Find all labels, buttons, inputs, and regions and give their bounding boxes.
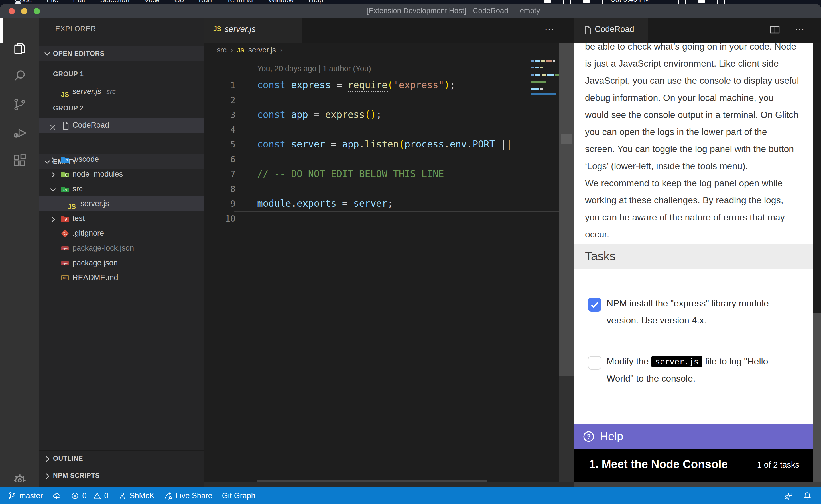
- tree-item-gitignore[interactable]: .gitignore: [39, 226, 203, 241]
- tab-server-js[interactable]: JS server.js: [203, 18, 302, 43]
- tray-icon[interactable]: [602, 0, 609, 4]
- menu-item-file[interactable]: File: [47, 0, 58, 4]
- tree-item-serverjs[interactable]: JSserver.js: [39, 196, 203, 211]
- tab-coderoad[interactable]: CodeRoad: [573, 18, 648, 43]
- menu-item-terminal[interactable]: Terminal: [227, 0, 254, 4]
- menu-item-help[interactable]: Help: [309, 0, 323, 4]
- code-line-6[interactable]: 6: [203, 152, 573, 167]
- js-icon: JS: [68, 199, 77, 208]
- menu-item-run[interactable]: Run: [199, 0, 212, 4]
- close-icon[interactable]: [635, 27, 643, 34]
- question-circle-icon: ?: [583, 431, 595, 442]
- scrollbar-thumb[interactable]: [561, 134, 572, 144]
- tree-item-node_modules[interactable]: node_modules: [39, 167, 203, 182]
- tray-icon[interactable]: [563, 0, 571, 4]
- md-icon: M↓: [60, 273, 70, 282]
- editor-tab-bar: JS server.js ⋯: [203, 18, 573, 43]
- minimap-slider[interactable]: [531, 93, 556, 95]
- extensions-icon[interactable]: [12, 153, 27, 168]
- chevron-right-icon: [48, 170, 58, 179]
- traffic-light-minimize[interactable]: [21, 8, 27, 14]
- source-control-icon[interactable]: [12, 97, 27, 112]
- more-actions-icon[interactable]: ⋯: [795, 23, 805, 35]
- control-center-icon[interactable]: [717, 0, 725, 4]
- open-editor-item-server.js[interactable]: JSserver.jssrc: [39, 84, 203, 99]
- test-icon: [60, 214, 70, 223]
- lesson-footer[interactable]: 1. Meet the Node Console 1 of 2 tasks: [573, 449, 813, 482]
- open-editors-header[interactable]: OPEN EDITORS: [39, 46, 203, 61]
- code-line-3[interactable]: 3const app = express();: [203, 108, 573, 122]
- menu-item-go[interactable]: Go: [174, 0, 184, 4]
- tree-item-test[interactable]: test: [39, 211, 203, 226]
- feedback-icon[interactable]: [784, 491, 793, 500]
- menu-bar-clock[interactable]: Sat 5:40 PM: [610, 0, 650, 3]
- traffic-light-zoom[interactable]: [34, 8, 40, 14]
- user-item[interactable]: ShMcK: [118, 491, 154, 500]
- line-number: 7: [203, 167, 236, 182]
- menu-item-selection[interactable]: Selection: [100, 0, 129, 4]
- explorer-title: EXPLORER: [55, 25, 96, 33]
- tray-icon[interactable]: [583, 0, 589, 3]
- code-editor[interactable]: You, 20 days ago | 1 author (You) 1const…: [203, 57, 573, 482]
- breadcrumb-folder[interactable]: src: [217, 43, 227, 57]
- git-graph-item[interactable]: Git Graph: [222, 491, 256, 500]
- error-icon: [71, 491, 79, 500]
- tasks-section-header: Tasks: [573, 244, 813, 269]
- explorer-sidebar: EXPLORER OPEN EDITORS GROUP 1JSserver.js…: [39, 18, 203, 487]
- code-line-7[interactable]: 7// -- DO NOT EDIT BELOW THIS LINE: [203, 167, 573, 182]
- editor-vertical-scrollbar-track[interactable]: [559, 376, 573, 482]
- svg-text:</>: </>: [62, 188, 68, 192]
- sidebar-section-outline[interactable]: OUTLINE: [39, 451, 203, 466]
- menu-item-code[interactable]: Code: [15, 0, 32, 4]
- code-line-1[interactable]: 1const express = require("express");: [203, 78, 573, 93]
- code-line-4[interactable]: 4: [203, 122, 573, 137]
- breadcrumb-file[interactable]: server.js: [248, 43, 276, 57]
- close-icon[interactable]: [49, 121, 56, 129]
- menu-item-window[interactable]: Window: [269, 0, 294, 4]
- tree-item-vscode[interactable]: .vscode: [39, 152, 203, 167]
- menu-item-edit[interactable]: Edit: [73, 0, 85, 4]
- split-editor-icon[interactable]: [769, 24, 781, 36]
- tree-item-label: package.json: [72, 256, 118, 271]
- tree-item-readmemd[interactable]: M↓README.md: [39, 271, 203, 285]
- minimap[interactable]: [531, 60, 560, 95]
- git-branch-item[interactable]: master: [8, 491, 43, 500]
- webview-scrollbar-track[interactable]: [813, 313, 821, 482]
- tray-icon[interactable]: [544, 0, 551, 3]
- live-share-item[interactable]: Live Share: [164, 491, 213, 500]
- code-line-2[interactable]: 2: [203, 93, 573, 108]
- line-number: 5: [203, 137, 236, 152]
- spotlight-icon[interactable]: [679, 0, 686, 4]
- explorer-icon[interactable]: [12, 41, 27, 56]
- active-view-indicator: [0, 18, 3, 43]
- menu-bar-items: CodeFileEditSelectionViewGoRunTerminalWi…: [15, 0, 323, 4]
- traffic-light-close[interactable]: [9, 8, 15, 14]
- run-debug-icon[interactable]: [12, 125, 27, 141]
- code-line-9[interactable]: 9module.exports = server;: [203, 196, 573, 211]
- open-editor-detail: src: [106, 88, 116, 96]
- menu-item-view[interactable]: View: [144, 0, 160, 4]
- problems-item[interactable]: 0 0: [71, 491, 109, 500]
- task-checkbox[interactable]: [588, 298, 601, 312]
- sync-item[interactable]: [53, 491, 61, 500]
- close-icon[interactable]: [287, 27, 295, 34]
- tree-item-packagejson[interactable]: npmpackage.json: [39, 256, 203, 271]
- more-actions-icon[interactable]: ⋯: [544, 23, 555, 35]
- editor-vertical-scrollbar[interactable]: [559, 43, 573, 376]
- tree-item-package-lockjson[interactable]: npmpackage-lock.json: [39, 241, 203, 256]
- code-line-5[interactable]: 5const server = app.listen(process.env.P…: [203, 137, 573, 152]
- sidebar-section-npm-scripts[interactable]: NPM SCRIPTS: [39, 468, 203, 483]
- indent-guide: [52, 196, 52, 211]
- open-editor-item-coderoad[interactable]: CodeRoad: [39, 118, 203, 133]
- code-line-8[interactable]: 8: [203, 182, 573, 196]
- help-section[interactable]: ? Help: [573, 424, 813, 449]
- window-title-bar[interactable]: [Extension Development Host] - CodeRoad …: [0, 4, 821, 18]
- task-checkbox[interactable]: [588, 356, 601, 370]
- coderoad-webview: be able to check what’s going on in your…: [573, 43, 813, 482]
- breadcrumb-symbol[interactable]: …: [287, 43, 294, 57]
- bell-icon[interactable]: [803, 491, 812, 500]
- search-icon[interactable]: [12, 68, 27, 83]
- webview-scrollbar[interactable]: [813, 43, 821, 313]
- tree-item-src[interactable]: </>src: [39, 182, 203, 196]
- siri-icon[interactable]: [699, 0, 705, 3]
